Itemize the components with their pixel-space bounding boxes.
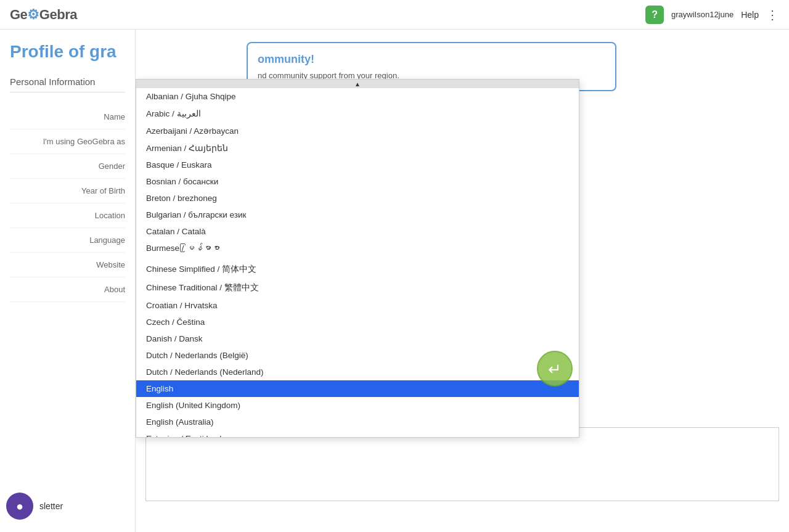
sidebar: Profile of gra Personal Information Name…: [0, 30, 136, 532]
label-using-as: I'm using GeoGebra as: [10, 129, 125, 154]
language-option[interactable]: Burmese / မြန်မာစာ: [136, 240, 579, 256]
language-option[interactable]: Breton / brezhoneg: [136, 190, 579, 207]
language-option[interactable]: Bulgarian / български език: [136, 207, 579, 223]
logo: Ge⚙Gebra: [10, 7, 77, 23]
language-dropdown[interactable]: ▲ Albanian / Gjuha ShqipeArabic / العربي…: [136, 79, 579, 438]
newsletter-dot-symbol: ●: [16, 499, 23, 514]
label-about: About: [10, 277, 125, 302]
language-list[interactable]: ▲ Albanian / Gjuha ShqipeArabic / العربي…: [136, 80, 579, 437]
scroll-up-arrow[interactable]: ▲: [136, 80, 579, 88]
language-option[interactable]: Dutch / Nederlands (Nederland): [136, 364, 579, 380]
header: Ge⚙Gebra ? graywiIson12june Help ⋮: [0, 0, 789, 30]
language-option[interactable]: Czech / Čeština: [136, 314, 579, 330]
language-option[interactable]: Arabic / العربية: [136, 105, 579, 122]
label-website: Website: [10, 253, 125, 277]
label-location: Location: [10, 203, 125, 228]
help-icon-button[interactable]: ?: [645, 6, 664, 24]
header-right: ? graywiIson12june Help ⋮: [645, 6, 779, 24]
language-option[interactable]: Armenian / Հայերեն: [136, 139, 579, 157]
language-option[interactable]: Bosnian / босански: [136, 173, 579, 190]
language-option[interactable]: Dutch / Nederlands (België): [136, 347, 579, 364]
community-title: ommunity!: [258, 53, 605, 66]
svg-text:↵: ↵: [548, 360, 562, 379]
label-name: Name: [10, 105, 125, 129]
newsletter-label: sletter: [39, 501, 63, 511]
language-option[interactable]: Danish / Dansk: [136, 330, 579, 347]
language-option[interactable]: Estonian / Eesti keel: [136, 430, 579, 437]
main-container: Profile of gra Personal Information Name…: [0, 30, 789, 532]
more-menu-icon[interactable]: ⋮: [766, 7, 779, 22]
language-option[interactable]: Azerbaijani / Azərbaycan: [136, 122, 579, 139]
language-option[interactable]: English: [136, 380, 579, 397]
language-option[interactable]: Chinese Simplified / 简体中文: [136, 260, 579, 279]
label-gender: Gender: [10, 154, 125, 179]
newsletter-icon[interactable]: ●: [6, 493, 33, 520]
section-title: Personal Information: [10, 76, 125, 92]
language-option[interactable]: Catalan / Català: [136, 223, 579, 240]
label-year-of-birth: Year of Birth: [10, 179, 125, 203]
language-option[interactable]: Albanian / Gjuha Shqipe: [136, 88, 579, 105]
label-language: Language: [10, 228, 125, 253]
username-label: graywiIson12june: [671, 10, 734, 19]
about-textarea[interactable]: [145, 427, 779, 501]
language-option[interactable]: Basque / Euskara: [136, 157, 579, 173]
language-option[interactable]: English (Australia): [136, 414, 579, 430]
content-area: ommunity! nd community support from your…: [136, 30, 789, 532]
logo-area: Ge⚙Gebra: [10, 7, 77, 23]
language-option[interactable]: Chinese Traditional / 繁體中文: [136, 279, 579, 297]
newsletter-area: ● sletter: [6, 493, 63, 520]
language-option[interactable]: English (United Kingdom): [136, 397, 579, 414]
language-option[interactable]: Croatian / Hrvatska: [136, 297, 579, 314]
green-arrow-cursor: ↵: [536, 350, 573, 387]
question-icon: ?: [652, 9, 658, 20]
help-link[interactable]: Help: [741, 10, 759, 20]
profile-title: Profile of gra: [10, 42, 125, 62]
